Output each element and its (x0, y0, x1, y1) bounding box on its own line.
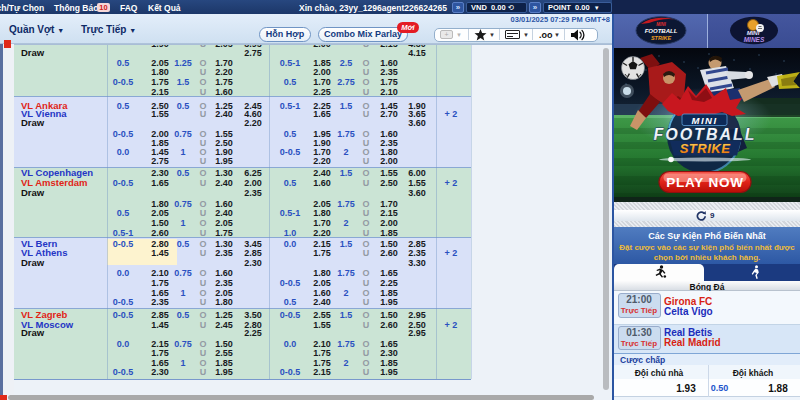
svg-text:FOOTBALL: FOOTBALL (645, 28, 678, 34)
svg-text:STRIKE: STRIKE (680, 140, 731, 155)
svg-text:STRIKE: STRIKE (651, 35, 672, 41)
svg-text:MINES: MINES (744, 36, 765, 43)
svg-text:MINI: MINI (691, 114, 717, 125)
svg-text:MINI: MINI (656, 22, 666, 27)
svg-text:PLAY NOW: PLAY NOW (666, 175, 744, 190)
